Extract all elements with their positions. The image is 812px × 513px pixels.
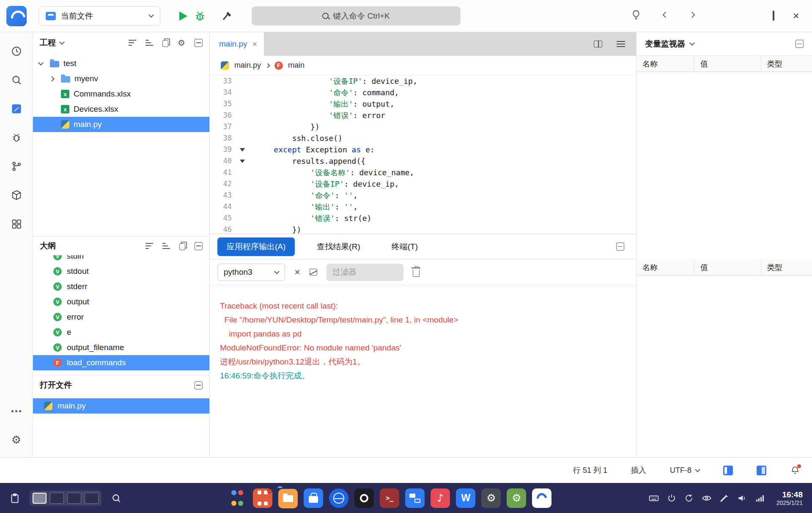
tree-item-main.py[interactable]: main.py <box>33 117 209 132</box>
line-number[interactable]: 41 <box>210 167 235 178</box>
eye-icon[interactable] <box>701 493 712 504</box>
collapse-panel-icon[interactable] <box>195 381 203 389</box>
taskbar-clock[interactable]: 16:48 2025/1/21 <box>776 490 803 506</box>
collapse-panel-icon[interactable] <box>195 242 203 250</box>
breadcrumb-file[interactable]: main.py <box>234 61 261 70</box>
tab-main-py[interactable]: main.py × <box>210 32 264 56</box>
code-line[interactable]: 44 '输出': '', <box>210 201 636 212</box>
tab-close-icon[interactable]: × <box>252 40 258 48</box>
notifications-button[interactable] <box>790 465 800 475</box>
toggle-right-panel-icon[interactable] <box>757 466 766 475</box>
editor-menu-icon[interactable] <box>617 41 625 47</box>
search-icon[interactable] <box>111 493 122 504</box>
restart-icon[interactable] <box>684 493 694 503</box>
watches-table-body[interactable] <box>636 276 812 457</box>
run-target-selector[interactable]: 当前文件 <box>38 6 160 26</box>
taskbar-app-music-player[interactable]: ♪ <box>430 488 450 508</box>
workspace-2[interactable] <box>50 493 64 504</box>
column-header[interactable]: 名称 <box>636 56 694 72</box>
run-button[interactable] <box>175 8 192 25</box>
clear-output-icon[interactable] <box>310 269 317 276</box>
line-number[interactable]: 37 <box>210 121 235 132</box>
column-header[interactable]: 类型 <box>761 259 812 275</box>
line-number[interactable]: 38 <box>210 132 235 144</box>
encoding-selector[interactable]: UTF-8 <box>670 466 700 475</box>
pen-icon[interactable] <box>719 493 730 503</box>
chevron-down-icon[interactable] <box>689 40 695 46</box>
line-number[interactable]: 40 <box>210 155 235 167</box>
line-number[interactable]: 39 <box>210 144 235 155</box>
variables-table-body[interactable] <box>636 72 812 259</box>
line-number[interactable]: 45 <box>210 212 235 224</box>
fold-gutter[interactable] <box>235 155 250 167</box>
tips-button[interactable] <box>631 9 642 22</box>
split-editor-icon[interactable] <box>594 41 602 47</box>
tree-chevron[interactable] <box>50 77 61 81</box>
code-line[interactable]: 39 except Exception as e: <box>210 144 636 155</box>
debug-view-button[interactable] <box>7 128 26 147</box>
sync-selection-icon[interactable] <box>179 243 185 250</box>
collapse-panel-icon[interactable] <box>616 243 624 251</box>
outline-item-stdin[interactable]: Vstdin <box>33 255 209 264</box>
taskbar-app-settings[interactable]: ⚙ <box>481 488 501 508</box>
tab-查找结果(R)[interactable]: 查找结果(R) <box>307 237 369 256</box>
line-number[interactable]: 36 <box>210 110 235 121</box>
tree-item-Devices.xlsx[interactable]: xDevices.xlsx <box>33 102 209 117</box>
line-number[interactable]: 46 <box>210 224 235 234</box>
outline-item-output[interactable]: Voutput <box>33 294 209 309</box>
taskbar-app-browser[interactable] <box>329 488 349 508</box>
column-header[interactable]: 值 <box>694 259 761 275</box>
code-line[interactable]: 43 '命令': '', <box>210 190 636 201</box>
open-file-main.py[interactable]: main.py <box>33 398 209 414</box>
code-line[interactable]: 42 '设备IP': device_ip, <box>210 178 636 190</box>
navigate-back-button[interactable] <box>660 10 669 22</box>
maximize-button[interactable] <box>773 11 774 20</box>
outline-item-stdout[interactable]: Vstdout <box>33 264 209 279</box>
taskbar-app-file-manager[interactable] <box>278 488 298 508</box>
build-view-button[interactable] <box>7 185 26 205</box>
code-line[interactable]: 35 '输出': output, <box>210 98 636 110</box>
keyboard-icon[interactable] <box>648 493 659 504</box>
collapse-panel-icon[interactable] <box>195 39 203 47</box>
code-line[interactable]: 37 }) <box>210 121 636 132</box>
project-settings-icon[interactable]: ⚙ <box>178 39 185 47</box>
code-line[interactable]: 33 '设备IP': device_ip, <box>210 75 636 87</box>
trash-icon[interactable] <box>413 270 420 277</box>
cursor-position[interactable]: 行 51 列 1 <box>573 465 607 475</box>
collapse-all-icon[interactable] <box>129 40 136 46</box>
line-number[interactable]: 43 <box>210 190 235 201</box>
tree-item-Commands.xlsx[interactable]: xCommands.xlsx <box>33 86 209 102</box>
search-view-button[interactable] <box>7 70 26 90</box>
sort-icon[interactable] <box>145 243 153 249</box>
taskbar-app-system-tools[interactable]: ⚙ <box>506 488 527 508</box>
outline-item-error[interactable]: Verror <box>33 309 209 325</box>
outline-item-load_commands[interactable]: Fload_commands <box>33 355 209 370</box>
taskbar-app-office[interactable]: W <box>455 488 476 508</box>
taskbar-app-terminal[interactable]: >_ <box>379 488 400 508</box>
navigate-forward-button[interactable] <box>688 10 697 22</box>
workspace-1[interactable] <box>33 493 47 504</box>
extensions-view-button[interactable] <box>7 214 26 234</box>
outline-item-stderr[interactable]: Vstderr <box>33 279 209 294</box>
taskbar-app-software-store[interactable] <box>303 488 324 508</box>
input-mode[interactable]: 插入 <box>631 465 646 475</box>
column-header[interactable]: 值 <box>694 56 761 72</box>
clipboard-icon[interactable] <box>9 493 20 504</box>
console-output[interactable]: Traceback (most recent call last): File … <box>210 285 636 457</box>
power-icon[interactable] <box>667 493 677 503</box>
breadcrumb-symbol[interactable]: main <box>288 61 304 70</box>
expand-all-icon[interactable] <box>145 40 153 46</box>
chevron-down-icon[interactable] <box>59 39 65 45</box>
taskbar-app-camera[interactable] <box>354 488 374 508</box>
tree-item-myenv[interactable]: myenv <box>33 71 209 86</box>
line-number[interactable]: 44 <box>210 201 235 212</box>
console-filter-input[interactable] <box>326 264 403 281</box>
build-button[interactable] <box>219 8 236 25</box>
line-number[interactable]: 42 <box>210 178 235 190</box>
tree-item-test[interactable]: test <box>33 56 209 71</box>
history-view-button[interactable] <box>7 41 26 61</box>
tab-应用程序输出(A)[interactable]: 应用程序输出(A) <box>217 237 295 256</box>
debug-button[interactable] <box>192 8 208 25</box>
settings-button[interactable]: ⚙ <box>7 430 26 450</box>
fold-icon[interactable] <box>240 148 245 152</box>
